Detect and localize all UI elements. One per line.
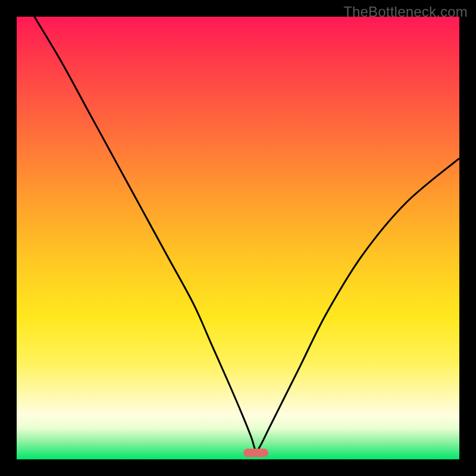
optimal-marker	[243, 449, 268, 457]
chart-frame: TheBottleneck.com	[0, 0, 476, 476]
plot-area	[17, 17, 459, 459]
bottleneck-curve	[17, 17, 459, 459]
curve-path	[35, 17, 459, 451]
